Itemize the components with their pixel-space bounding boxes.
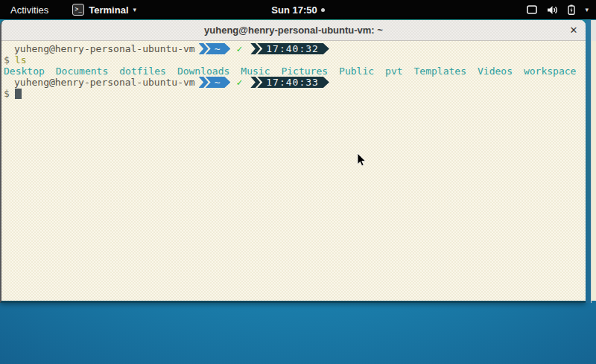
app-menu-terminal[interactable]: >_ Terminal ▾ <box>72 4 136 16</box>
powerline-chevron-icon <box>199 77 209 88</box>
text-cursor <box>15 89 22 99</box>
terminal-content[interactable]: yuheng@henry-personal-ubuntu-vm~✓17:40:3… <box>1 41 586 301</box>
sliver-terminal <box>592 41 596 301</box>
top-bar: Activities >_ Terminal ▾ Sun 17:50 ▾ <box>0 0 596 19</box>
prompt-time: 17:40:32 <box>266 43 319 54</box>
directory-name: Videos <box>478 66 513 77</box>
system-menu-chevron-icon: ▾ <box>585 6 589 13</box>
screen-share-icon <box>527 5 537 14</box>
sliver-titlebar <box>592 20 596 41</box>
system-status-area[interactable]: ▾ <box>527 0 589 19</box>
directory-name: dotfiles <box>119 66 166 77</box>
activities-button[interactable]: Activities <box>7 4 51 16</box>
clock-label[interactable]: Sun 17:50 <box>271 4 317 16</box>
prompt-path: ~ <box>215 77 221 88</box>
powerline-chevron-icon <box>250 43 260 54</box>
prompt-path-segment: ~ <box>206 77 231 88</box>
scrollbar[interactable] <box>586 20 591 303</box>
input-line: $ <box>4 88 586 99</box>
directory-name: Downloads <box>177 66 229 77</box>
powerline-chevron-icon <box>199 43 209 54</box>
ls-output-line: DesktopDocumentsdotfilesDownloadsMusicPi… <box>4 66 586 77</box>
volume-icon <box>547 5 558 15</box>
prompt-line: yuheng@henry-personal-ubuntu-vm~✓17:40:3… <box>4 43 586 54</box>
prompt-user: yuheng@henry-personal-ubuntu-vm <box>14 77 195 88</box>
notification-dot-icon <box>321 8 325 12</box>
directory-name: Public <box>339 66 374 77</box>
window-edge-sliver <box>591 20 596 303</box>
terminal-app-icon: >_ <box>72 4 84 16</box>
prompt-path: ~ <box>215 43 221 54</box>
directory-name: Templates <box>414 66 466 77</box>
prompt-line: yuheng@henry-personal-ubuntu-vm~✓17:40:3… <box>4 77 586 88</box>
window-title: yuheng@henry-personal-ubuntu-vm: ~ <box>204 25 383 36</box>
prompt-symbol: $ <box>4 54 10 66</box>
close-icon[interactable]: ✕ <box>566 23 581 38</box>
status-check-icon: ✓ <box>236 77 242 88</box>
chevron-down-icon: ▾ <box>133 6 137 13</box>
directory-name: Pictures <box>281 66 328 77</box>
battery-charging-icon <box>568 4 575 15</box>
app-menu-label: Terminal <box>89 4 128 16</box>
powerline-chevron-icon <box>250 77 260 88</box>
window-titlebar[interactable]: yuheng@henry-personal-ubuntu-vm: ~ ✕ <box>1 20 586 41</box>
directory-name: workspace <box>524 66 576 77</box>
prompt-symbol: $ <box>4 88 10 99</box>
terminal-window: yuheng@henry-personal-ubuntu-vm: ~ ✕ yuh… <box>0 20 586 303</box>
command-line: $ls <box>4 54 586 66</box>
directory-name: Music <box>241 66 270 77</box>
directory-name: pvt <box>385 66 402 77</box>
directory-name: Desktop <box>4 66 45 77</box>
command-text: ls <box>15 54 27 66</box>
prompt-path-segment: ~ <box>206 43 231 54</box>
prompt-time-segment: 17:40:32 <box>257 43 329 54</box>
prompt-user: yuheng@henry-personal-ubuntu-vm <box>14 43 195 54</box>
prompt-time-segment: 17:40:33 <box>257 77 329 88</box>
directory-name: Documents <box>56 66 108 77</box>
status-check-icon: ✓ <box>236 43 242 54</box>
prompt-time: 17:40:33 <box>266 77 319 88</box>
